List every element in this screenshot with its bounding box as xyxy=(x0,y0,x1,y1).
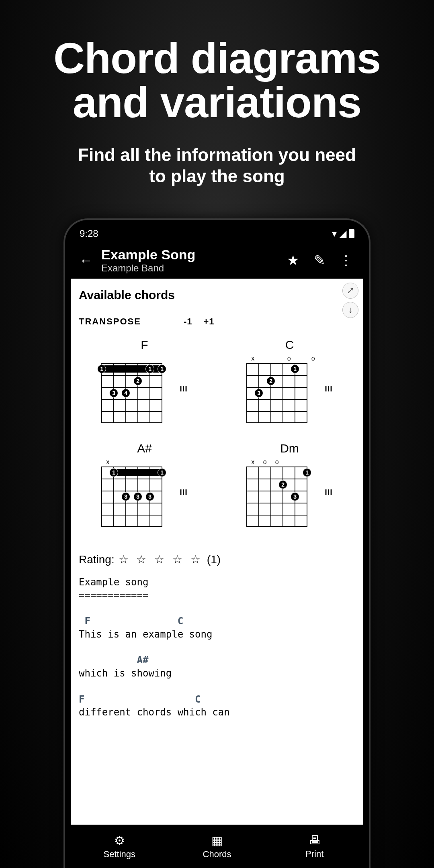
scroll-down-button[interactable]: ↓ xyxy=(342,302,358,318)
promo-title-line1: Chord diagrams xyxy=(53,34,381,82)
tab-print[interactable]: 🖶 Print xyxy=(266,825,363,868)
chord-c[interactable]: C xoo 1 2 3 III xyxy=(224,338,355,423)
lyric-line: This is an example song xyxy=(79,629,212,640)
tab-label: Chords xyxy=(203,849,231,860)
transpose-up-button[interactable]: +1 xyxy=(203,316,214,327)
chord-symbol[interactable]: A# xyxy=(137,654,149,666)
favorite-button[interactable]: ★ xyxy=(281,252,305,268)
status-bar: 9:28 ▾ ◢ xyxy=(71,226,363,242)
promo-subtitle: Find all the information you need to pla… xyxy=(0,145,434,187)
edit-button[interactable]: ✎ xyxy=(308,252,331,268)
lyrics-block: Example song ============ F C This is an… xyxy=(79,576,355,719)
chord-diagrams: F 1 1 1 2 3 4 xyxy=(79,338,355,543)
chord-name-label: A# xyxy=(137,442,152,455)
promo-title: Chord diagrams and variations xyxy=(0,36,434,124)
fret-position-label: III xyxy=(180,384,188,393)
chord-name-label: Dm xyxy=(280,442,299,455)
chord-diagram: 1 2 3 xyxy=(246,467,307,527)
rating-row[interactable]: Rating: ☆ ☆ ☆ ☆ ☆ (1) xyxy=(79,553,355,566)
fret-position-label: III xyxy=(180,488,188,497)
rating-count: (1) xyxy=(207,553,221,566)
transpose-label: TRANSPOSE xyxy=(79,316,141,327)
rating-label: Rating: xyxy=(79,553,115,566)
status-icons: ▾ ◢ xyxy=(332,228,354,239)
gear-icon: ⚙ xyxy=(114,833,125,848)
fret-position-label: III xyxy=(325,384,333,393)
battery-icon xyxy=(349,229,354,238)
chord-symbol[interactable]: C xyxy=(178,615,183,627)
chord-symbol[interactable]: F xyxy=(79,694,84,705)
lyric-line: different chords which can xyxy=(79,707,230,718)
chord-diagram: 1 1 1 2 3 4 xyxy=(101,363,162,423)
grid-icon: ▦ xyxy=(211,833,223,848)
wifi-icon: ▾ xyxy=(332,228,337,239)
signal-icon: ◢ xyxy=(339,228,346,239)
phone-screen: 9:28 ▾ ◢ ← Example Song Example Band ★ ✎… xyxy=(71,226,363,868)
chord-symbol[interactable]: C xyxy=(195,694,201,705)
tab-chords[interactable]: ▦ Chords xyxy=(168,825,266,868)
back-button[interactable]: ← xyxy=(76,253,96,268)
chord-f[interactable]: F 1 1 1 2 3 4 xyxy=(79,338,210,423)
chord-a-sharp[interactable]: A# x 1 1 3 3 3 xyxy=(79,442,210,527)
tab-label: Print xyxy=(305,849,323,859)
tab-label: Settings xyxy=(104,849,136,860)
tab-settings[interactable]: ⚙ Settings xyxy=(71,825,168,868)
chord-name-label: F xyxy=(141,338,148,352)
lyric-line: which is showing xyxy=(79,668,172,679)
fret-position-label: III xyxy=(325,488,333,497)
transpose-down-button[interactable]: -1 xyxy=(184,316,192,327)
song-title: Example Song xyxy=(101,247,278,263)
transpose-controls: TRANSPOSE -1 +1 xyxy=(79,316,355,327)
phone-frame: 9:28 ▾ ◢ ← Example Song Example Band ★ ✎… xyxy=(63,218,371,868)
app-bar: ← Example Song Example Band ★ ✎ ⋮ xyxy=(71,242,363,279)
chord-symbol[interactable]: F xyxy=(84,615,90,627)
promo-title-line2: and variations xyxy=(73,78,361,126)
lyrics-underline: ============ xyxy=(79,589,148,601)
bottom-nav: ⚙ Settings ▦ Chords 🖶 Print xyxy=(71,825,363,868)
divider xyxy=(71,543,363,543)
fullscreen-button[interactable]: ⤢ xyxy=(342,283,358,299)
available-chords-heading: Available chords xyxy=(79,288,355,302)
overflow-menu-button[interactable]: ⋮ xyxy=(334,252,358,268)
chord-name-label: C xyxy=(285,338,294,352)
print-icon: 🖶 xyxy=(309,833,321,847)
promo-subtitle-line2: to play the song xyxy=(149,166,285,186)
chord-diagram: 1 1 3 3 3 xyxy=(101,467,162,527)
artist-name: Example Band xyxy=(101,263,278,274)
promo-subtitle-line1: Find all the information you need xyxy=(78,145,356,165)
chord-dm[interactable]: Dm xoo 1 2 3 III xyxy=(224,442,355,527)
lyrics-heading: Example song xyxy=(79,577,148,588)
content-area: ⤢ ↓ Available chords TRANSPOSE -1 +1 F xyxy=(71,279,363,825)
status-clock: 9:28 xyxy=(80,228,98,239)
rating-stars[interactable]: ☆ ☆ ☆ ☆ ☆ xyxy=(119,553,203,566)
chord-diagram: 1 2 3 xyxy=(246,363,307,423)
